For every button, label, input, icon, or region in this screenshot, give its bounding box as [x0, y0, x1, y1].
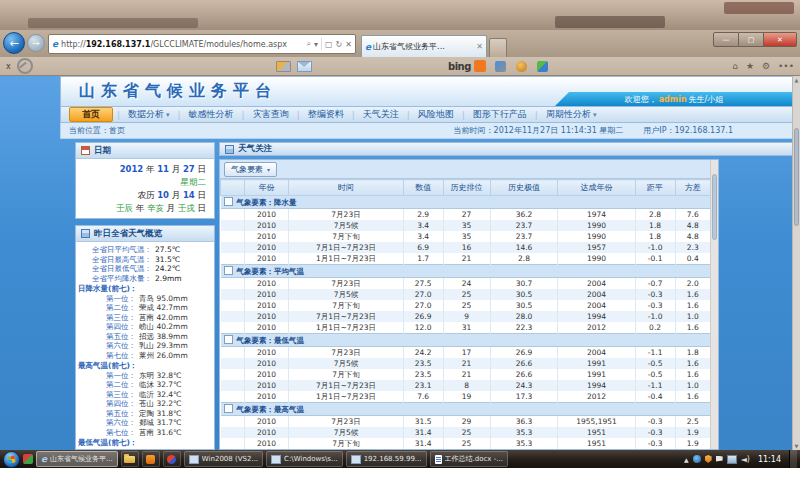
row-select-cell[interactable] [221, 231, 245, 242]
row-select-cell[interactable] [221, 253, 245, 265]
row-select-cell[interactable] [221, 300, 245, 311]
expand-icon[interactable] [224, 266, 233, 275]
cards-icon[interactable] [276, 61, 291, 72]
row-select-cell[interactable] [221, 427, 245, 438]
cell: 4.8 [675, 220, 710, 231]
expand-icon[interactable] [224, 197, 233, 206]
nav-item-8[interactable]: 图形下行产品 [465, 108, 535, 121]
element-group-row[interactable]: 气象要素：平均气温 [221, 265, 711, 278]
nav-item-6[interactable]: 天气关注 [355, 108, 407, 121]
scroll-up-icon[interactable]: ▲ [793, 76, 800, 84]
taskbar-window-button-3[interactable]: 192.168.59.99... [346, 451, 427, 467]
rank-label: 第五位： [78, 333, 136, 342]
toolbar-app-icon-2[interactable] [516, 61, 527, 72]
overview-icon [81, 229, 90, 238]
row-select-cell[interactable] [221, 311, 245, 322]
nav-item-4[interactable]: 灾害查询 [245, 108, 297, 121]
scroll-down-icon[interactable]: ▼ [793, 442, 800, 450]
taskbar-ie-button[interactable]: e山东省气候业务平... [36, 451, 118, 467]
home-icon[interactable]: ⌂ [732, 61, 738, 71]
element-group-row[interactable]: 气象要素：最低气温 [221, 334, 711, 347]
row-select-cell[interactable] [221, 220, 245, 231]
nav-item-3[interactable]: 敏感性分析 [181, 108, 242, 121]
im-tray-icon[interactable] [693, 455, 701, 463]
element-group-row[interactable]: 气象要素：最高气温 [221, 403, 711, 416]
cell: 27.5 [403, 278, 443, 290]
taskbar-window-button-2[interactable]: C:\Windows\s... [266, 451, 343, 467]
taskbar-window-button-1[interactable]: Win2008 (VS2... [184, 451, 263, 467]
row-select-cell[interactable] [221, 391, 245, 403]
expand-icon[interactable] [224, 335, 233, 344]
row-select-cell[interactable] [221, 438, 245, 449]
stat-value: 24.2℃ [155, 265, 180, 274]
security-tray-icon[interactable] [705, 455, 712, 463]
hidden-icons-chevron-icon[interactable]: ▲ [684, 456, 689, 463]
row-select-cell[interactable] [221, 380, 245, 391]
browser-scrollbar-thumb[interactable] [794, 128, 799, 226]
taskbar-app-icon[interactable] [23, 454, 33, 464]
row-select-cell[interactable] [221, 369, 245, 380]
row-select-cell[interactable] [221, 322, 245, 334]
tools-icon[interactable]: ⚙ [762, 61, 770, 71]
element-selector-button[interactable]: 气象要素 ▾ [224, 162, 277, 177]
pinned-app-button-2[interactable] [163, 451, 181, 467]
nav-item-1[interactable]: 首页 [69, 107, 113, 122]
cell: 2004 [558, 300, 635, 311]
bing-logo[interactable]: bing [448, 60, 486, 72]
start-button[interactable] [3, 451, 20, 468]
refresh-icon[interactable]: ↻ [336, 40, 343, 49]
row-select-cell[interactable] [221, 278, 245, 290]
row-select-cell[interactable] [221, 358, 245, 369]
more-icon[interactable]: ••• [778, 61, 794, 71]
taskbar-clock[interactable]: 11:14 [758, 455, 781, 464]
address-bar[interactable]: e http://192.168.137.1/GLCCLIMATE/module… [48, 34, 356, 54]
stat-label: 全省日平均气温： [78, 246, 152, 255]
minimize-button[interactable]: — [713, 32, 739, 47]
pinned-app-button-1[interactable] [142, 451, 160, 467]
element-group-row[interactable]: 气象要素：降水量 [221, 196, 711, 209]
toolbar-app-icon-1[interactable] [495, 61, 506, 72]
favorites-icon[interactable]: ★ [746, 61, 754, 71]
window-icon [189, 455, 199, 464]
row-select-cell[interactable] [221, 347, 245, 359]
compat-view-icon[interactable]: ▢ [325, 40, 333, 49]
new-tab-button[interactable] [489, 38, 507, 57]
cell: 2010 [244, 231, 289, 242]
taskbar-window-button-4[interactable]: 工作总结.docx -... [430, 451, 508, 467]
browser-scrollbar[interactable]: ▲ ▼ [792, 76, 800, 450]
back-button[interactable]: ← [3, 32, 25, 54]
nav-item-7[interactable]: 风险地图 [410, 108, 462, 121]
expand-icon[interactable] [224, 404, 233, 413]
row-select-cell[interactable] [221, 289, 245, 300]
cell: 2004 [558, 289, 635, 300]
close-button[interactable]: ✕ [764, 32, 797, 47]
cell: 2010 [244, 358, 289, 369]
stop-icon[interactable]: ✕ [345, 40, 352, 49]
row-select-cell[interactable] [221, 209, 245, 221]
nav-item-9[interactable]: 周期性分析 ▾ [538, 108, 605, 121]
mail-icon[interactable] [297, 61, 312, 72]
volume-icon[interactable]: ◄) [741, 455, 750, 464]
explorer-taskbar-button[interactable] [121, 451, 139, 467]
network-icon[interactable] [727, 455, 737, 464]
maximize-button[interactable]: ▢ [739, 32, 764, 47]
browser-tab[interactable]: e 山东省气候业务平... ✕ [361, 35, 487, 57]
nav-item-2[interactable]: 数据分析 ▾ [120, 108, 178, 121]
panel-scrollbar[interactable] [710, 160, 718, 449]
cell: 26.9 [490, 347, 558, 359]
autocomplete-dropdown-icon[interactable]: ▾ [314, 40, 318, 49]
row-select-cell[interactable] [221, 242, 245, 253]
table-row: 20107月下旬3.43523.719901.84.8 [221, 231, 711, 242]
toolbar-app-icon-3[interactable] [537, 61, 548, 72]
cell: 21 [443, 369, 490, 380]
url-text[interactable]: http://192.168.137.1/GLCCLIMATE/modules/… [61, 40, 303, 49]
panel-scrollbar-thumb[interactable] [712, 174, 717, 240]
search-icon[interactable]: ⌕ [307, 39, 311, 49]
nav-item-5[interactable]: 整编资料 [300, 108, 352, 121]
tab-close-icon[interactable]: ✕ [476, 42, 483, 51]
action-center-flag-icon[interactable] [716, 456, 723, 463]
show-desktop-button[interactable] [789, 450, 797, 468]
forward-button[interactable]: → [27, 34, 45, 52]
row-select-cell[interactable] [221, 416, 245, 428]
toolbar-close-icon[interactable]: x [6, 62, 11, 71]
